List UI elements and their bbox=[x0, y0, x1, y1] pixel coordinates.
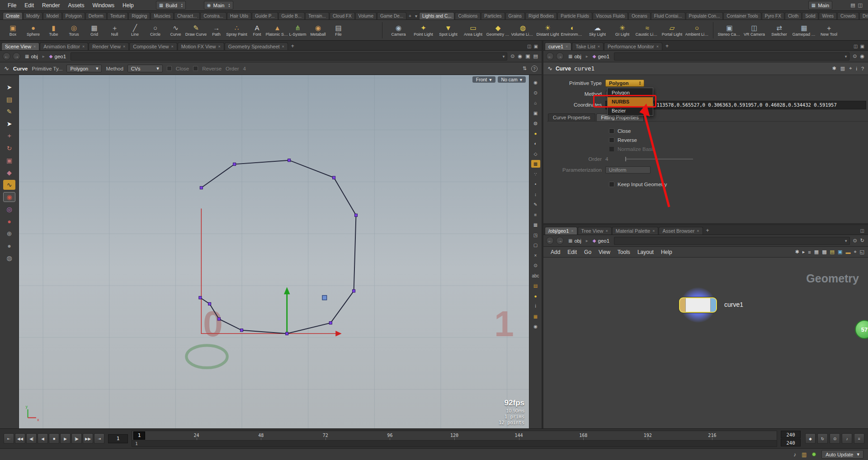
jump-end-button[interactable]: ⇥ bbox=[94, 433, 104, 444]
path-combo[interactable]: ▾ bbox=[614, 237, 849, 245]
breadcrumb-root[interactable]: ▦ obj bbox=[566, 238, 584, 244]
net-grid-icon[interactable]: ▦ bbox=[814, 249, 819, 255]
shelf-tab[interactable]: Particles bbox=[481, 12, 505, 19]
shelf-tab[interactable]: Lights and C... bbox=[419, 12, 454, 19]
grid-orange-icon[interactable]: ▦ bbox=[531, 313, 540, 320]
next-frame-button[interactable]: |▶ bbox=[71, 433, 82, 444]
pane-max-icon[interactable]: ▣ bbox=[534, 44, 538, 49]
breadcrumb-node[interactable]: ◆ geo1 bbox=[47, 53, 68, 60]
shelf-menu-icon[interactable]: ▾ bbox=[413, 13, 419, 19]
stop-button[interactable]: ■ bbox=[49, 433, 59, 444]
shelf-tool[interactable]: ☁ Sky Light bbox=[585, 24, 610, 37]
param-checkbox[interactable] bbox=[609, 128, 614, 134]
pane-tab[interactable]: Scene View × bbox=[1, 42, 39, 50]
shelf-tab[interactable]: Muscles bbox=[151, 12, 174, 19]
shelf-tool[interactable]: ◍ Volume Light bbox=[510, 24, 535, 37]
tab-close-icon[interactable]: × bbox=[82, 44, 85, 49]
desktop-spinner[interactable]: ▴▾ bbox=[181, 3, 183, 8]
shelf-tool[interactable]: ▤ File bbox=[328, 24, 349, 37]
shelf-tab[interactable]: Cloud FX bbox=[330, 12, 355, 19]
realtime-button[interactable]: ⊙ bbox=[830, 433, 840, 444]
dropdown-item[interactable]: Bezier bbox=[608, 106, 653, 115]
forward-icon[interactable]: → bbox=[13, 52, 20, 60]
shelf-tool[interactable]: ● Sphere bbox=[23, 24, 43, 37]
curve-cv[interactable] bbox=[240, 329, 243, 332]
shelf-tool[interactable]: ⋔ L-System bbox=[288, 24, 308, 37]
end-frame-field[interactable]: 240 bbox=[781, 431, 801, 438]
path-pin-icon[interactable]: ⊙ bbox=[853, 53, 857, 59]
path-background-icon[interactable]: ▤ bbox=[533, 53, 538, 59]
curve-cv[interactable] bbox=[353, 290, 355, 292]
params-help-icon[interactable]: ? bbox=[861, 66, 864, 71]
shelf-tab[interactable]: Collisions bbox=[455, 12, 481, 19]
edit-tool-icon[interactable]: ✎ bbox=[3, 107, 15, 117]
magnet-tool-icon[interactable]: ● bbox=[3, 216, 15, 226]
shelf-tool[interactable]: ○ Circle bbox=[145, 24, 165, 37]
shelf-tab[interactable]: Container Tools bbox=[723, 12, 761, 19]
pane-tab[interactable]: curve1 × bbox=[545, 42, 571, 50]
net-list-icon[interactable]: ≡ bbox=[808, 249, 811, 255]
move-tool-icon[interactable]: ＋ bbox=[3, 131, 15, 141]
op-primitive-type-select[interactable]: Polygon▾ bbox=[66, 65, 102, 72]
breadcrumb-root[interactable]: ▦ obj bbox=[566, 53, 584, 60]
net-shelf-icon[interactable]: ▬ bbox=[845, 249, 850, 255]
node-input-flag[interactable] bbox=[680, 298, 686, 312]
shelf-tool[interactable]: ◉ Camera bbox=[386, 24, 411, 37]
path-recycle-icon[interactable]: ↻ bbox=[860, 238, 864, 244]
auto-update-select[interactable]: Auto Update ▾ bbox=[821, 450, 863, 459]
node-middle[interactable] bbox=[686, 298, 710, 312]
network-canvas[interactable]: Geometry curve1 57 bbox=[543, 258, 868, 428]
network-menu-item[interactable]: Go bbox=[580, 249, 595, 256]
back-icon[interactable]: ← bbox=[3, 52, 10, 60]
shelf-tool[interactable]: ∴ Spray Paint bbox=[226, 24, 247, 37]
net-expand-icon[interactable]: ◱ bbox=[860, 249, 864, 255]
shelf-tab[interactable]: Grains bbox=[505, 12, 525, 19]
shelf-tab[interactable]: Polygon bbox=[62, 12, 85, 19]
path-combo[interactable]: ▾ bbox=[614, 52, 849, 61]
tab-add-icon[interactable]: + bbox=[288, 43, 297, 50]
curve-cv[interactable] bbox=[217, 318, 220, 320]
snapshot-view-icon[interactable]: ▤ bbox=[531, 282, 540, 290]
shelf-tool[interactable]: ▼ Spot Light bbox=[436, 24, 461, 37]
align-tool-icon[interactable]: ⊕ bbox=[3, 229, 15, 239]
network-menu-item[interactable]: Help bbox=[657, 249, 676, 256]
shelf-tab[interactable]: Volume bbox=[355, 12, 377, 19]
shelf-tool[interactable]: ╱ Line bbox=[125, 24, 145, 37]
pane-tab[interactable]: Tree View × bbox=[578, 227, 612, 235]
menu-item[interactable]: Assets bbox=[64, 1, 88, 9]
shade-toggle-icon[interactable]: ◐ bbox=[531, 140, 540, 147]
shelf-tab[interactable]: Modify bbox=[23, 12, 42, 19]
camera-lock-icon[interactable]: ◉ bbox=[531, 323, 540, 330]
shelf-tab[interactable]: Texture bbox=[107, 12, 128, 19]
curve-cv[interactable] bbox=[288, 159, 291, 162]
param-checkbox[interactable] bbox=[609, 146, 614, 152]
tab-add-icon[interactable]: + bbox=[703, 227, 712, 235]
shelf-tab[interactable]: Drive Simula... bbox=[859, 12, 868, 19]
parameterization-select[interactable]: Uniform bbox=[605, 166, 651, 174]
shelf-tool[interactable]: ▱ Portal Light bbox=[660, 24, 684, 37]
window-layout-icon[interactable]: ▤ bbox=[850, 2, 855, 8]
path-follow-icon[interactable]: ◉ bbox=[860, 53, 864, 59]
net-flag-icon[interactable]: ▸ bbox=[802, 249, 805, 255]
pane-tab[interactable]: Animation Editor × bbox=[40, 42, 88, 50]
isolate-icon[interactable]: × bbox=[531, 252, 540, 259]
shelf-tab[interactable]: Rigid Bodies bbox=[525, 12, 557, 19]
shelf-tool[interactable]: ▣ Box bbox=[3, 24, 23, 37]
order-value[interactable]: 4 bbox=[605, 156, 619, 162]
main-spinner[interactable]: ▴▾ bbox=[229, 3, 230, 8]
pane-tab[interactable]: Geometry Spreadsheet × bbox=[225, 42, 288, 50]
back-icon[interactable]: ← bbox=[546, 52, 554, 60]
shelf-tool[interactable]: A Font bbox=[247, 24, 267, 37]
camera-select-button[interactable]: No cam▾ bbox=[498, 76, 526, 83]
shelf-tool[interactable]: ✎ Draw Curve bbox=[186, 24, 206, 37]
tab-add-icon[interactable]: + bbox=[663, 43, 671, 50]
shelf-tool[interactable]: ▮ Tube bbox=[43, 24, 64, 37]
cache-icon[interactable]: ▥ bbox=[802, 451, 807, 458]
jump-start-button[interactable]: ⇤ bbox=[4, 433, 14, 444]
shelf-tab[interactable]: Model bbox=[43, 12, 61, 19]
audio-mute-icon[interactable]: ♪ bbox=[793, 451, 796, 458]
shelf-tool[interactable]: ∿ Curve bbox=[165, 24, 186, 37]
op-reverse-checkbox[interactable] bbox=[193, 66, 198, 71]
grid-toggle-icon[interactable]: ▦ bbox=[531, 221, 540, 229]
shelf-tool[interactable]: ◐ Environment Light bbox=[560, 24, 585, 37]
